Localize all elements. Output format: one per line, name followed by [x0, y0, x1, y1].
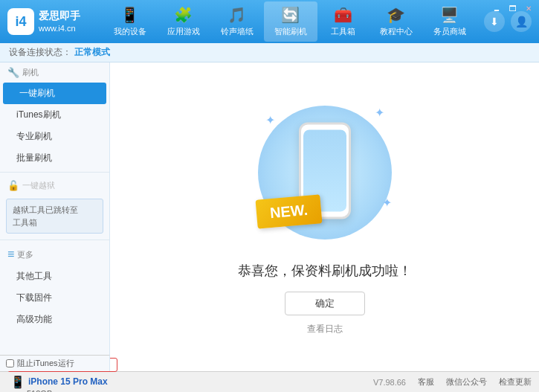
confirm-button[interactable]: 确定	[285, 292, 365, 315]
sidebar-item-other-tools[interactable]: 其他工具	[0, 266, 109, 287]
nav-toolbox[interactable]: 🧰 工具箱	[317, 1, 369, 42]
sidebar-item-download-fw[interactable]: 下载固件	[0, 287, 109, 309]
more-icon: ≡	[7, 248, 14, 261]
app-logo: i4 爱思即手 www.i4.cn	[7, 8, 80, 35]
wechat-link[interactable]: 微信公众号	[446, 376, 487, 388]
brand-name: 爱思即手	[39, 9, 80, 24]
flash-section-icon: 🔧	[7, 67, 19, 78]
sidebar-item-itunes-flash[interactable]: iTunes刷机	[0, 104, 109, 126]
sparkle-3: ✦	[382, 196, 392, 210]
main-layout: 🔧 刷机 一键刷机 iTunes刷机 专业刷机 批量刷机 🔓 一键越狱 越狱工具…	[0, 62, 539, 371]
app-header: 🗕 🗖 ✕ i4 爱思即手 www.i4.cn 📱 我的设备 🧩 应用游戏	[0, 0, 539, 43]
flash-section-label: 刷机	[22, 67, 39, 78]
close-button[interactable]: ✕	[523, 3, 535, 14]
nav-ringtones[interactable]: 🎵 铃声墙纸	[210, 1, 264, 42]
bottom-right: V7.98.66 客服 微信公众号 检查更新	[117, 376, 532, 388]
new-badge: NEW.	[255, 194, 322, 228]
nav-smart-flash[interactable]: 🔄 智能刷机	[264, 1, 317, 42]
maximize-button[interactable]: 🗖	[506, 3, 520, 14]
bottom-bar: 自动激活 跳过向导 📱 iPhone 15 Pro Max 512GB iPho…	[0, 371, 539, 392]
device-name: iPhone 15 Pro Max	[28, 376, 108, 387]
download-button[interactable]: ⬇	[484, 11, 505, 32]
device-storage: 512GB	[10, 389, 117, 393]
status-label: 设备连接状态：	[9, 46, 71, 59]
user-button[interactable]: 👤	[511, 11, 532, 32]
ringtones-icon: 🎵	[227, 6, 246, 24]
status-value: 正常模式	[74, 46, 110, 59]
main-nav: 📱 我的设备 🧩 应用游戏 🎵 铃声墙纸 🔄 智能刷机 🧰 工具箱 🎓	[95, 1, 484, 42]
sparkle-2: ✦	[375, 106, 384, 120]
sidebar-item-batch-flash[interactable]: 批量刷机	[0, 147, 109, 169]
itunes-checkbox[interactable]	[6, 359, 14, 367]
sidebar-item-advanced[interactable]: 高级功能	[0, 309, 109, 330]
jailbreak-icon: 🔓	[7, 180, 19, 191]
itunes-label: 阻止iTunes运行	[17, 358, 74, 369]
device-phone-icon: 📱	[10, 375, 25, 389]
nav-apps-games[interactable]: 🧩 应用游戏	[157, 1, 210, 42]
more-label: 更多	[17, 249, 33, 260]
brand-url: www.i4.cn	[39, 23, 80, 34]
sidebar-divider-1	[0, 172, 109, 173]
status-bar: 设备连接状态： 正常模式	[0, 43, 539, 62]
nav-tutorials[interactable]: 🎓 教程中心	[369, 1, 423, 42]
sidebar-jailbreak-note[interactable]: 越狱工具已跳转至工具箱	[6, 199, 103, 234]
version-label: V7.98.66	[373, 378, 406, 387]
sidebar-divider-2	[0, 240, 109, 240]
nav-my-device[interactable]: 📱 我的设备	[103, 1, 157, 42]
logo-icon: i4	[7, 8, 34, 35]
check-update-link[interactable]: 检查更新	[499, 376, 532, 388]
header-actions: ⬇ 👤	[484, 11, 532, 32]
flash-icon: 🔄	[281, 6, 300, 24]
jailbreak-label: 一键越狱	[22, 180, 55, 191]
itunes-bar: 阻止iTunes运行	[0, 355, 110, 371]
sidebar-item-pro-flash[interactable]: 专业刷机	[0, 126, 109, 147]
success-message: 恭喜您，保资料刷机成功啦！	[238, 262, 412, 280]
apps-icon: 🧩	[174, 6, 193, 24]
toolbox-icon: 🧰	[334, 6, 352, 24]
minimize-button[interactable]: 🗕	[490, 3, 503, 14]
nav-service[interactable]: 🖥️ 务员商城	[423, 1, 477, 42]
sidebar-item-one-key-flash[interactable]: 一键刷机	[3, 83, 106, 104]
log-link[interactable]: 查看日志	[307, 323, 343, 335]
sparkle-1: ✦	[265, 113, 275, 127]
sidebar-section-more: ≡ 更多	[0, 243, 109, 266]
customer-service-link[interactable]: 客服	[418, 376, 434, 388]
sidebar-section-jailbreak: 🔓 一键越狱	[0, 176, 109, 196]
sidebar-section-flash: 🔧 刷机	[0, 62, 109, 83]
tutorials-icon: 🎓	[387, 6, 405, 24]
phone-illustration: ✦ ✦ ✦ NEW.	[243, 98, 407, 247]
window-controls: 🗕 🗖 ✕	[490, 3, 535, 14]
main-content: ✦ ✦ ✦ NEW. 恭喜您，保资料刷机成功啦！ 确定 查看日志	[110, 62, 539, 371]
service-icon: 🖥️	[440, 6, 459, 24]
sidebar: 🔧 刷机 一键刷机 iTunes刷机 专业刷机 批量刷机 🔓 一键越狱 越狱工具…	[0, 62, 110, 371]
device-icon: 📱	[120, 6, 139, 24]
device-info: 📱 iPhone 15 Pro Max 512GB iPhone	[7, 373, 117, 393]
